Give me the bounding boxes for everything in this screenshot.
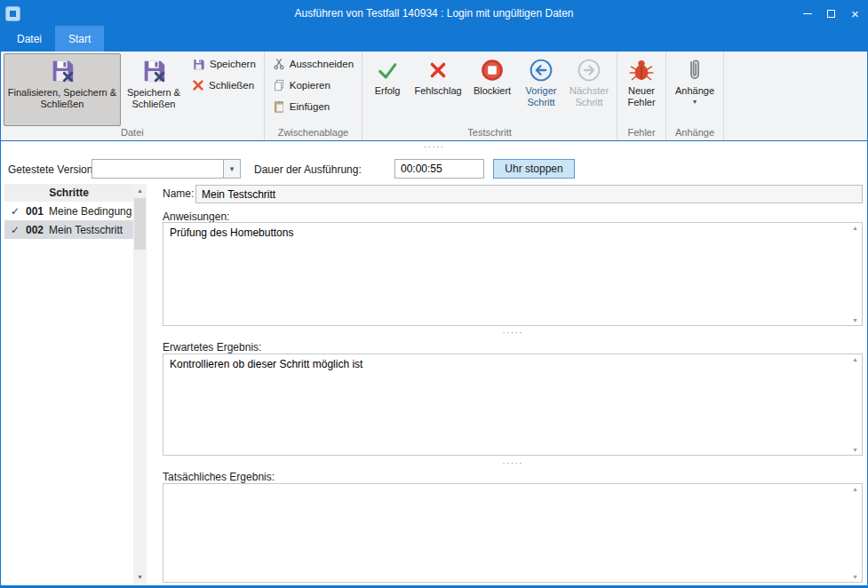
step-row-002[interactable]: ✓ 002 Mein Testschritt <box>4 220 133 239</box>
minimize-button[interactable] <box>795 1 819 26</box>
finalize-save-close-label: Finalisieren, Speichern & Schließen <box>7 87 117 110</box>
actual-result-field: ▲ ▼ <box>163 483 863 583</box>
steps-header: Schritte <box>4 184 133 202</box>
ribbon-group-file: Finalisieren, Speichern & Schließen Spei… <box>1 52 265 140</box>
instructions-textarea[interactable]: Prüfung des Homebuttons <box>163 223 848 325</box>
ribbon-empty-space <box>724 52 867 140</box>
scroll-up-icon[interactable]: ▲ <box>848 356 862 362</box>
scroll-down-icon[interactable]: ▼ <box>133 570 147 584</box>
save-close-icon <box>140 58 167 84</box>
tested-version-label: Getestete Version: <box>8 163 96 176</box>
save-and-close-button[interactable]: Speichern & Schließen <box>121 53 187 126</box>
cut-label: Ausschneiden <box>290 59 354 69</box>
instructions-scrollbar[interactable]: ▲ ▼ <box>848 223 862 325</box>
previous-step-label: Voriger Schritt <box>522 85 561 108</box>
actual-result-label: Tatsächliches Ergebnis: <box>163 471 275 483</box>
tested-version-input[interactable] <box>92 160 223 178</box>
save-and-close-label: Speichern & Schließen <box>125 87 182 110</box>
steps-scrollbar[interactable]: ▲ ▼ <box>133 184 147 584</box>
steps-panel: Schritte ✓ 001 Meine Bedingung ✓ 002 Mei… <box>4 184 147 584</box>
failure-x-icon <box>426 58 450 83</box>
paste-button[interactable]: Einfügen <box>267 96 359 117</box>
name-input[interactable] <box>195 185 863 203</box>
maximize-icon <box>827 10 835 18</box>
close-red-icon <box>192 79 204 91</box>
ribbon-group-clipboard: Ausschneiden Kopieren Einfügen <box>265 52 362 140</box>
success-check-icon <box>375 58 400 83</box>
group-label-teststep: Testschritt <box>365 126 614 140</box>
close-button[interactable]: × <box>843 1 867 26</box>
scroll-down-icon[interactable]: ▼ <box>848 317 862 323</box>
new-error-label: Neuer Fehler <box>624 85 659 108</box>
scroll-up-icon[interactable]: ▲ <box>133 184 147 197</box>
group-label-file: Datei <box>4 126 261 140</box>
name-label: Name: <box>163 187 194 200</box>
instructions-field: Prüfung des Homebuttons ▲ ▼ <box>163 222 863 326</box>
scissors-icon <box>273 58 285 70</box>
save-finalize-icon <box>49 58 76 84</box>
next-step-button[interactable]: Nächster Schritt <box>564 53 614 126</box>
content-area: ····· Getestete Version: ▾ Dauer der Aus… <box>1 141 867 585</box>
new-error-button[interactable]: Neuer Fehler <box>620 53 663 126</box>
close-icon: × <box>851 7 859 20</box>
save-icon <box>192 58 205 71</box>
stop-clock-button[interactable]: Uhr stoppen <box>493 159 575 179</box>
group-label-error: Fehler <box>620 126 663 140</box>
actual-result-scrollbar[interactable]: ▲ ▼ <box>848 484 862 582</box>
instructions-splitter-handle[interactable]: ····· <box>163 329 863 336</box>
previous-arrow-icon <box>529 58 553 83</box>
finalize-save-close-button[interactable]: Finalisieren, Speichern & Schließen <box>4 53 121 126</box>
blocked-button[interactable]: Blockiert <box>466 53 518 126</box>
duration-input[interactable] <box>394 159 484 179</box>
paste-label: Einfügen <box>290 101 330 112</box>
copy-button[interactable]: Kopieren <box>267 75 359 96</box>
step-label: Mein Testschritt <box>49 224 123 236</box>
expected-result-field: Kontrollieren ob dieser Schritt möglich … <box>163 354 863 456</box>
minimize-icon <box>803 13 812 14</box>
success-button[interactable]: Erfolg <box>365 53 410 126</box>
expected-result-textarea[interactable]: Kontrollieren ob dieser Schritt möglich … <box>163 354 848 455</box>
app-window: Ausführen von Testfall 140934 : Login mi… <box>0 0 868 588</box>
attachments-label: Anhänge <box>675 85 714 97</box>
ribbon-tabs: Datei Start <box>1 26 867 52</box>
step-row-001[interactable]: ✓ 001 Meine Bedingung <box>4 202 133 220</box>
attachments-dropdown-icon[interactable]: ▾ <box>693 99 697 105</box>
tested-version-dropdown-button[interactable]: ▾ <box>223 160 240 178</box>
maximize-button[interactable] <box>819 1 843 26</box>
save-button[interactable]: Speichern <box>187 53 261 75</box>
actual-result-textarea[interactable] <box>163 484 848 582</box>
tab-datei[interactable]: Datei <box>4 26 55 52</box>
scroll-up-icon[interactable]: ▲ <box>848 225 862 231</box>
instructions-label: Anweisungen: <box>163 211 229 223</box>
scroll-up-icon[interactable]: ▲ <box>848 486 862 492</box>
scroll-down-icon[interactable]: ▼ <box>848 574 862 580</box>
tab-start[interactable]: Start <box>55 26 104 52</box>
paste-icon <box>273 100 285 113</box>
failure-button[interactable]: Fehlschlag <box>410 53 466 126</box>
step-number: 002 <box>26 224 49 236</box>
next-step-label: Nächster Schritt <box>568 85 610 108</box>
previous-step-button[interactable]: Voriger Schritt <box>518 53 564 126</box>
expected-result-scrollbar[interactable]: ▲ ▼ <box>848 354 862 455</box>
tested-version-combobox[interactable]: ▾ <box>92 159 241 179</box>
ribbon-group-error: Neuer Fehler Fehler <box>617 52 666 140</box>
expected-splitter-handle[interactable]: ····· <box>163 459 863 466</box>
ribbon-splitter-handle[interactable]: ····· <box>1 143 867 150</box>
duration-label: Dauer der Ausführung: <box>254 163 362 176</box>
failure-label: Fehlschlag <box>414 85 461 97</box>
step-number: 001 <box>26 205 49 218</box>
group-label-clipboard: Zwischenablage <box>267 126 359 140</box>
cut-button[interactable]: Ausschneiden <box>267 53 359 75</box>
group-label-attachments: Anhänge <box>669 126 721 140</box>
attachments-button[interactable]: Anhänge ▾ <box>669 53 721 126</box>
scrollbar-thumb[interactable] <box>134 198 146 250</box>
ribbon: Finalisieren, Speichern & Schließen Spei… <box>1 52 867 141</box>
ribbon-group-attachments: Anhänge ▾ Anhänge <box>666 52 724 140</box>
app-icon[interactable] <box>5 6 20 21</box>
scroll-down-icon[interactable]: ▼ <box>848 447 862 453</box>
window-controls: × <box>795 1 867 26</box>
blocked-stop-icon <box>480 58 505 83</box>
step-check-icon: ✓ <box>11 224 26 236</box>
close-ribbon-button[interactable]: Schließen <box>187 75 261 96</box>
copy-icon <box>273 79 285 91</box>
